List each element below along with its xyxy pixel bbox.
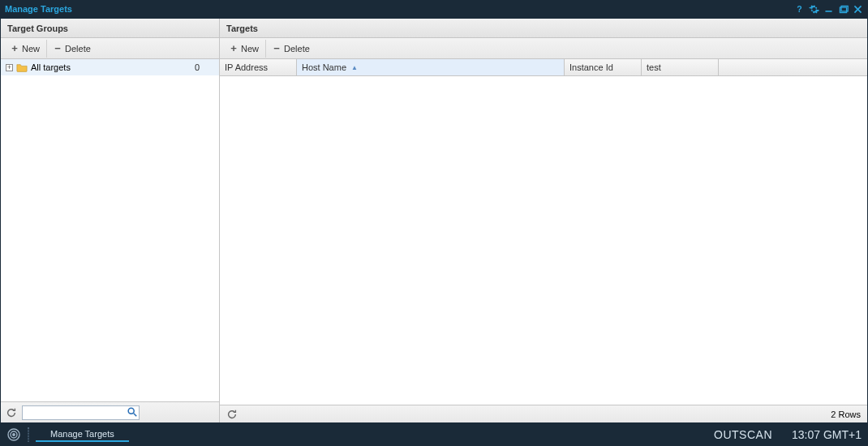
plus-icon: + [230, 45, 238, 53]
new-group-button[interactable]: + New [4, 40, 47, 58]
new-target-button[interactable]: + New [223, 40, 266, 58]
minimize-icon[interactable] [823, 3, 834, 15]
targets-grid-body[interactable] [220, 76, 867, 405]
column-instance-id[interactable]: Instance Id [565, 59, 642, 75]
targets-toolbar: + New − Delete [220, 38, 867, 59]
targets-grid-header: IP Address Host Name ▲ Instance Id test [220, 59, 867, 76]
maximize-icon[interactable] [837, 3, 849, 15]
delete-target-button[interactable]: − Delete [266, 40, 316, 58]
target-groups-footer [1, 401, 219, 422]
window-title: Manage Targets [5, 4, 72, 14]
column-host-name-label: Host Name [302, 62, 346, 72]
tree-item-all-targets[interactable]: + All targets 0 [1, 59, 219, 75]
new-group-label: New [22, 44, 40, 54]
gear-icon[interactable] [808, 3, 819, 15]
target-groups-panel: Target Groups + New − Delete + All targ [1, 19, 220, 422]
refresh-icon[interactable] [226, 409, 238, 420]
folder-icon [16, 62, 28, 72]
targets-panel: Targets + New − Delete IP Address Host N… [220, 19, 867, 422]
group-search-input[interactable] [22, 405, 140, 420]
delete-group-button[interactable]: − Delete [47, 40, 97, 58]
clock-label: 13:07 GMT+1 [792, 428, 862, 441]
minus-icon: − [273, 45, 281, 53]
row-count-label: 2 Rows [831, 410, 861, 419]
start-button-icon[interactable] [6, 427, 21, 442]
brand-label: OUTSCAN [714, 428, 772, 441]
svg-text:?: ? [797, 4, 801, 14]
group-search [22, 405, 140, 420]
window-titlebar: Manage Targets ? [0, 0, 868, 18]
target-groups-header: Target Groups [1, 19, 219, 38]
targets-footer: 2 Rows [220, 405, 867, 422]
svg-point-6 [128, 408, 134, 414]
help-icon[interactable]: ? [793, 3, 805, 15]
sort-asc-icon: ▲ [351, 64, 358, 71]
delete-group-label: Delete [65, 44, 91, 54]
plus-icon: + [11, 45, 19, 53]
column-test[interactable]: test [642, 59, 719, 75]
close-icon[interactable] [852, 3, 863, 15]
target-groups-toolbar: + New − Delete [1, 38, 219, 59]
column-spacer [719, 59, 867, 75]
taskbar-divider [28, 427, 29, 442]
taskbar-task-manage-targets[interactable]: Manage Targets [36, 427, 129, 442]
tree-item-label: All targets [31, 62, 71, 72]
delete-target-label: Delete [284, 44, 310, 54]
new-target-label: New [241, 44, 259, 54]
taskbar: Manage Targets OUTSCAN 13:07 GMT+1 [0, 423, 868, 446]
search-icon[interactable] [127, 406, 138, 418]
minus-icon: − [54, 45, 62, 53]
column-ip-address[interactable]: IP Address [220, 59, 297, 75]
svg-point-10 [13, 434, 15, 435]
expand-icon[interactable]: + [6, 64, 13, 71]
target-groups-tree[interactable]: + All targets 0 [1, 59, 219, 401]
svg-line-7 [134, 413, 137, 416]
targets-header: Targets [220, 19, 867, 38]
refresh-icon[interactable] [6, 407, 17, 418]
tree-item-count: 0 [195, 62, 214, 72]
column-host-name[interactable]: Host Name ▲ [297, 59, 565, 75]
